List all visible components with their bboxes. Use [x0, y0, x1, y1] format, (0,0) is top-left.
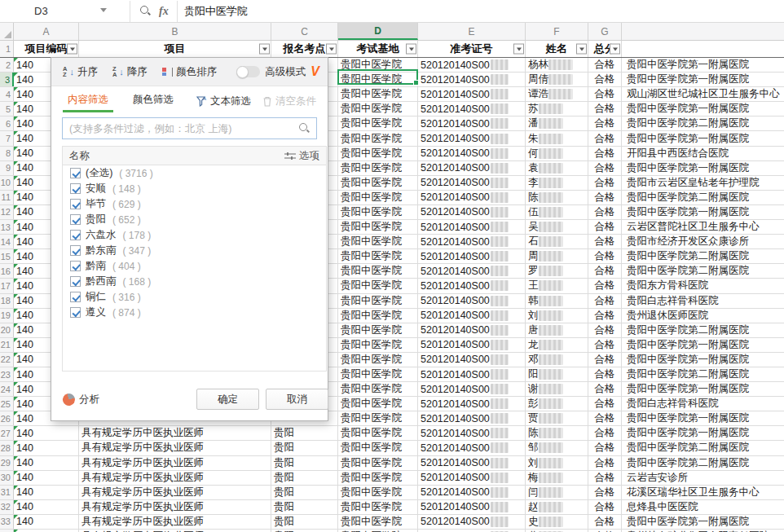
row-number-8[interactable]: 8: [0, 147, 14, 160]
row-number-23[interactable]: 23: [0, 367, 14, 381]
tab-content-filter[interactable]: 内容筛选: [63, 88, 113, 114]
row-number-31[interactable]: 31: [0, 486, 14, 499]
cell-E15[interactable]: 520120140S00: [418, 249, 526, 263]
column-letter-F[interactable]: F: [526, 23, 588, 40]
filter-dropdown-button[interactable]: [326, 44, 337, 55]
cell-H4[interactable]: 观山湖区世纪城社区卫生服务中心: [622, 87, 784, 101]
name-box-dropdown-icon[interactable]: [100, 8, 107, 12]
cell-E19[interactable]: 520120140S00: [418, 309, 526, 323]
column-letter-h[interactable]: [622, 23, 784, 40]
row-number-12[interactable]: 12: [0, 205, 14, 219]
cell-F30[interactable]: 梅: [526, 471, 588, 485]
cell-H5[interactable]: 贵阳中医学院第一附属医院: [622, 102, 784, 116]
cell-E26[interactable]: 520120140S00: [418, 411, 526, 425]
checkbox-checked-icon[interactable]: [70, 230, 81, 240]
filter-list-item[interactable]: 六盘水 ( 178 ): [63, 227, 326, 243]
cell-H29[interactable]: 贵阳中医学院第二附属医院: [622, 456, 784, 470]
row-number-32[interactable]: 32: [0, 500, 14, 514]
ok-button[interactable]: 确定: [196, 389, 259, 410]
cell-H3[interactable]: 贵阳中医学院第一附属医院: [622, 73, 784, 86]
row-number-20[interactable]: 20: [0, 323, 14, 337]
cell-D31[interactable]: 贵阳中医学院: [338, 486, 418, 499]
cell-F17[interactable]: 王: [526, 279, 588, 292]
cell-D3[interactable]: 贵阳中医学院: [338, 73, 418, 86]
cell-E32[interactable]: 520120140S00: [418, 500, 526, 514]
header-cell-B[interactable]: 项目: [79, 41, 271, 57]
cell-D2[interactable]: 贵阳中医学院: [338, 58, 418, 72]
cancel-button[interactable]: 取消: [266, 389, 328, 410]
cell-H14[interactable]: 贵阳市经济开发区众康诊所: [622, 235, 784, 248]
cell-F28[interactable]: 邹: [526, 441, 588, 455]
cell-E18[interactable]: 520120140S00: [418, 294, 526, 308]
cell-F25[interactable]: 彭: [526, 397, 588, 411]
cell-G10[interactable]: 合格: [588, 176, 622, 190]
cell-F7[interactable]: 朱: [526, 131, 588, 145]
cell-G21[interactable]: 合格: [588, 338, 622, 352]
clear-filter-button[interactable]: 清空条件: [262, 95, 316, 108]
cell-E14[interactable]: 520120140S00: [418, 235, 526, 248]
cell-E4[interactable]: 520120140S00: [418, 87, 526, 101]
cell-E9[interactable]: 520120140S00: [418, 161, 526, 175]
cell-E20[interactable]: 520120140S00: [418, 323, 526, 337]
cell-H22[interactable]: 贵阳中医学院第一附属医院: [622, 353, 784, 367]
cell-G6[interactable]: 合格: [588, 117, 622, 130]
row-number-25[interactable]: 25: [0, 397, 14, 411]
cell-G19[interactable]: 合格: [588, 309, 622, 323]
cell-G18[interactable]: 合格: [588, 294, 622, 308]
cell-B27[interactable]: 具有规定学历中医执业医师: [79, 426, 271, 440]
cell-H30[interactable]: 云岩吉安诊所: [622, 471, 784, 485]
cell-F20[interactable]: 唐: [526, 323, 588, 337]
row-number-28[interactable]: 28: [0, 441, 14, 455]
cell-A30[interactable]: 140: [14, 471, 79, 485]
cell-F2[interactable]: 杨林: [526, 58, 588, 72]
cell-B30[interactable]: 具有规定学历中医执业医师: [79, 471, 271, 485]
cell-F12[interactable]: 伍: [526, 205, 588, 219]
filter-dropdown-button[interactable]: [67, 44, 77, 55]
cell-H32[interactable]: 息烽县中医医院: [622, 500, 784, 514]
cell-G22[interactable]: 合格: [588, 353, 622, 367]
header-cell-G[interactable]: 总分: [588, 41, 622, 57]
cell-F11[interactable]: 陈: [526, 191, 588, 204]
row-number-15[interactable]: 15: [0, 249, 14, 263]
header-cell-D[interactable]: 考试基地: [338, 41, 418, 57]
cell-C33[interactable]: 贵阳: [271, 515, 338, 529]
cell-D13[interactable]: 贵阳中医学院: [338, 220, 418, 234]
row-number-33[interactable]: 33: [0, 515, 14, 529]
checkbox-checked-icon[interactable]: [70, 276, 81, 287]
cell-E30[interactable]: 520120140S00: [418, 471, 526, 485]
cell-G31[interactable]: 合格: [588, 486, 622, 499]
tab-color-filter[interactable]: 颜色筛选: [128, 88, 178, 114]
cell-H8[interactable]: 开阳县中西医结合医院: [622, 147, 784, 160]
cell-H33[interactable]: 贵阳中医学院第一附属医院: [622, 515, 784, 529]
cell-D24[interactable]: 贵阳中医学院: [338, 382, 418, 396]
cell-D21[interactable]: 贵阳中医学院: [338, 338, 418, 352]
filter-list-item[interactable]: 黔南 ( 404 ): [63, 258, 326, 274]
cell-G28[interactable]: 合格: [588, 441, 622, 455]
cell-H9[interactable]: 贵阳中医学院第一附属医院: [622, 161, 784, 175]
cell-F6[interactable]: 潘: [526, 117, 588, 130]
advanced-mode-toggle[interactable]: [236, 66, 260, 77]
cell-D17[interactable]: 贵阳中医学院: [338, 279, 418, 292]
cell-F32[interactable]: 赵: [526, 500, 588, 514]
column-letter-G[interactable]: G: [588, 23, 622, 40]
cell-E16[interactable]: 520120140S00: [418, 264, 526, 278]
row-number-29[interactable]: 29: [0, 456, 14, 470]
cell-G26[interactable]: 合格: [588, 411, 622, 425]
checkbox-checked-icon[interactable]: [70, 292, 81, 302]
cell-G23[interactable]: 合格: [588, 367, 622, 381]
cell-E31[interactable]: 520120140S00: [418, 486, 526, 499]
cell-E22[interactable]: 520120140S00: [418, 353, 526, 367]
cell-C27[interactable]: 贵阳: [271, 426, 338, 440]
cell-F22[interactable]: 邓: [526, 353, 588, 367]
cell-G27[interactable]: 合格: [588, 426, 622, 440]
filter-list-item[interactable]: 贵阳 ( 652 ): [63, 212, 326, 227]
cell-G13[interactable]: 合格: [588, 220, 622, 234]
cell-G32[interactable]: 合格: [588, 500, 622, 514]
cell-E23[interactable]: 520120140S00: [418, 367, 526, 381]
cell-D15[interactable]: 贵阳中医学院: [338, 249, 418, 263]
cell-C32[interactable]: 贵阳: [271, 500, 338, 514]
cell-H19[interactable]: 贵州退休医师医院: [622, 309, 784, 323]
filter-list-item[interactable]: 黔东南 ( 347 ): [63, 243, 326, 258]
row-number-27[interactable]: 27: [0, 426, 14, 440]
cell-E8[interactable]: 520120140S00: [418, 147, 526, 160]
